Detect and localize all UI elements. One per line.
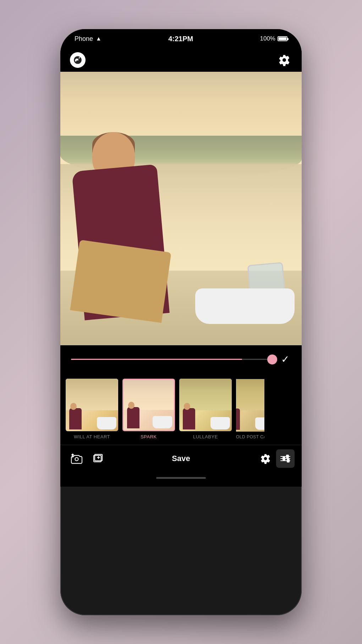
sliders-icon: [280, 456, 290, 461]
time-display: 4:21PM: [168, 35, 193, 43]
filter-strength-slider-area: ✓: [60, 345, 302, 374]
mini-person-1: [67, 403, 83, 429]
mini-person-2: [125, 402, 141, 428]
mini-boat-1: [97, 417, 116, 429]
main-image-area: [60, 72, 302, 345]
slider-line-1: [280, 456, 290, 457]
filter-spark[interactable]: SPARK: [122, 379, 175, 439]
mini-person-3: [181, 403, 197, 429]
svg-point-2: [75, 458, 78, 461]
brush-filter-button[interactable]: [69, 52, 86, 69]
battery-percent: 100%: [260, 35, 275, 42]
mini-boat-3: [210, 417, 230, 429]
filter-will-at-heart[interactable]: WILL AT HEART: [66, 379, 118, 439]
filter-label-will-at-heart: WILL AT HEART: [74, 434, 110, 439]
phone-frame: Phone ▲ 4:21PM 100%: [60, 29, 302, 615]
status-right: 100%: [260, 35, 287, 42]
mini-boat-2: [153, 416, 172, 428]
filter-thumb-spark: [122, 379, 175, 431]
add-layer-button[interactable]: [89, 449, 107, 468]
photo-scene: [60, 72, 302, 345]
mini-boat-4: [255, 417, 264, 430]
filter-lullabye[interactable]: LULLABYE: [179, 379, 232, 439]
mini-person-4: [236, 403, 242, 430]
wifi-icon: ▲: [96, 36, 102, 42]
filter-thumb-will-at-heart: [66, 379, 118, 431]
carrier-text: Phone: [75, 35, 93, 43]
top-toolbar: [60, 49, 302, 72]
top-settings-button[interactable]: [276, 52, 293, 69]
filter-label-old-post-car: OLD POST CAR...: [236, 434, 264, 439]
slider-line-3: [280, 460, 290, 461]
save-button[interactable]: Save: [124, 454, 238, 463]
filter-strip: WILL AT HEART SPARK: [60, 374, 302, 445]
filter-thumb-old-post-car: [236, 379, 264, 432]
slider-thumb[interactable]: [267, 355, 277, 364]
person-legs: [70, 239, 171, 323]
confirm-button[interactable]: ✓: [279, 352, 291, 367]
bottom-right-buttons: [238, 449, 295, 468]
adjust-button[interactable]: [276, 449, 295, 468]
bottom-settings-button[interactable]: [256, 449, 275, 468]
save-label: Save: [172, 454, 190, 463]
filter-label-lullabye: LULLABYE: [193, 434, 218, 439]
boat-hull: [195, 288, 295, 324]
add-photo-button[interactable]: +: [67, 449, 86, 468]
bottom-left-buttons: +: [67, 449, 124, 468]
status-bar: Phone ▲ 4:21PM 100%: [60, 29, 302, 49]
home-bar: [156, 477, 206, 479]
home-indicator: [60, 472, 302, 487]
person-figure: [71, 132, 177, 317]
filter-thumb-lullabye: [179, 379, 232, 431]
bottom-toolbar: + Save: [60, 445, 302, 472]
brush-icon: [70, 52, 86, 68]
slider-fill: [71, 359, 242, 360]
boat: [195, 260, 295, 324]
filter-old-post-car[interactable]: OLD POST CAR...: [236, 379, 264, 439]
filter-label-spark: SPARK: [141, 434, 157, 439]
status-left: Phone ▲: [75, 35, 102, 43]
battery-icon: [278, 36, 287, 41]
slider-track[interactable]: [71, 359, 272, 360]
